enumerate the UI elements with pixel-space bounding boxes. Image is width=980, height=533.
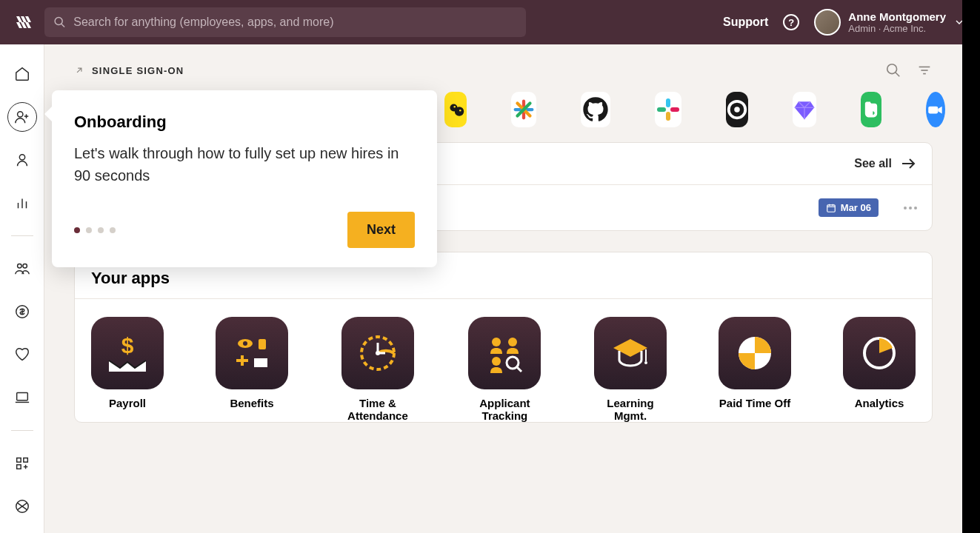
applicant-icon: [468, 317, 541, 389]
svg-point-0: [55, 18, 62, 25]
svg-point-28: [455, 107, 464, 116]
svg-rect-38: [670, 107, 679, 112]
app-tile-applicant[interactable]: Applicant Tracking: [467, 317, 542, 422]
app-tile-time[interactable]: Time & Attendance: [340, 317, 416, 422]
sidebar-reports[interactable]: [7, 188, 37, 218]
app-label: Benefits: [230, 397, 273, 409]
svg-rect-16: [16, 465, 21, 469]
app-label: Paid Time Off: [719, 397, 790, 409]
sso-app-github[interactable]: [581, 92, 610, 127]
svg-rect-35: [666, 98, 670, 107]
onboarding-popover: Onboarding Let's walk through how to ful…: [52, 90, 437, 267]
sidebar-apps[interactable]: [7, 449, 37, 478]
search-bar[interactable]: [44, 7, 526, 37]
sso-app-zoom[interactable]: [926, 92, 945, 127]
svg-point-9: [17, 264, 21, 269]
right-edge-strip: [962, 0, 980, 533]
svg-line-65: [517, 367, 521, 372]
svg-rect-53: [259, 339, 266, 349]
popover-dot[interactable]: [98, 227, 104, 233]
svg-rect-55: [236, 359, 248, 362]
task-date-badge[interactable]: Mar 06: [819, 198, 879, 217]
search-input[interactable]: [73, 16, 517, 29]
filter-icon[interactable]: [916, 62, 933, 78]
sso-app-observable[interactable]: [726, 92, 748, 127]
user-name: Anne Montgomery: [848, 10, 946, 23]
sso-app-gem[interactable]: [793, 92, 816, 127]
pto-icon: [719, 317, 791, 389]
popover-dot[interactable]: [110, 227, 116, 233]
popover-dot[interactable]: [74, 227, 80, 233]
task-date-text: Mar 06: [841, 202, 871, 213]
sidebar-heart[interactable]: [7, 340, 37, 369]
app-label: Learning Mgmt.: [594, 397, 667, 422]
svg-rect-14: [16, 458, 21, 463]
svg-point-10: [22, 264, 26, 269]
sso-app-asterisk[interactable]: [511, 92, 536, 127]
svg-point-67: [644, 361, 647, 364]
user-menu[interactable]: Anne Montgomery Admin · Acme Inc.: [814, 9, 965, 36]
svg-point-62: [508, 338, 517, 346]
see-all-link[interactable]: See all: [854, 155, 917, 172]
sidebar-money[interactable]: [7, 297, 37, 326]
arrow-right-icon: [899, 155, 917, 172]
help-icon[interactable]: ?: [783, 14, 799, 30]
search-icon[interactable]: [885, 62, 901, 78]
calendar-icon: [826, 203, 836, 213]
sso-header: SINGLE SIGN-ON: [74, 62, 933, 78]
svg-point-64: [507, 357, 519, 369]
svg-rect-12: [16, 393, 27, 400]
popover-body: Let's walk through how to fully set up n…: [74, 142, 415, 187]
app-label: Applicant Tracking: [467, 397, 542, 422]
sidebar-add-person[interactable]: [7, 102, 37, 132]
svg-point-5: [19, 155, 24, 160]
popover-dots: [74, 227, 116, 233]
app-tile-payroll[interactable]: $ Payroll: [91, 317, 164, 422]
user-role: Admin · Acme Inc.: [848, 23, 946, 34]
task-more-icon[interactable]: [904, 207, 917, 209]
sso-app-slack[interactable]: [655, 92, 681, 127]
see-all-label: See all: [854, 157, 892, 170]
svg-rect-37: [666, 112, 670, 121]
benefits-icon: [216, 317, 288, 389]
sidebar-home[interactable]: [7, 59, 37, 89]
sidebar-divider: [11, 235, 33, 236]
apps-grid: $ Payroll Benefits Time & Attendance: [75, 317, 932, 422]
app-tile-pto[interactable]: Paid Time Off: [719, 317, 791, 422]
svg-point-22: [887, 64, 897, 74]
sidebar-globe[interactable]: [7, 492, 37, 521]
svg-line-1: [61, 24, 64, 27]
app-label: Time & Attendance: [340, 397, 416, 422]
sso-app-mailchimp[interactable]: [444, 92, 467, 127]
sidebar-laptop[interactable]: [7, 383, 37, 412]
avatar: [814, 9, 841, 36]
sidebar: [0, 44, 44, 533]
time-icon: [341, 317, 414, 389]
next-button[interactable]: Next: [347, 212, 415, 248]
sidebar-person[interactable]: [7, 145, 37, 175]
svg-point-61: [492, 338, 501, 346]
app-tile-learning[interactable]: Learning Mgmt.: [594, 317, 667, 422]
svg-point-40: [734, 107, 740, 113]
popover-title: Onboarding: [74, 113, 415, 132]
analytics-icon: [843, 317, 916, 389]
sidebar-people[interactable]: [7, 254, 37, 284]
apps-card: Your apps $ Payroll Benefits Time & Atte…: [74, 252, 933, 423]
svg-rect-15: [23, 458, 27, 463]
payroll-icon: $: [91, 317, 164, 389]
app-tile-analytics[interactable]: Analytics: [843, 317, 916, 422]
svg-line-23: [896, 73, 900, 77]
sso-app-evernote[interactable]: [861, 92, 881, 127]
svg-point-29: [454, 106, 456, 108]
popover-dot[interactable]: [86, 227, 92, 233]
external-link-icon: [74, 65, 84, 76]
learning-icon: [594, 317, 667, 389]
logo[interactable]: [15, 13, 33, 31]
topbar: Support ? Anne Montgomery Admin · Acme I…: [0, 0, 980, 44]
svg-point-52: [243, 341, 247, 346]
app-label: Payroll: [109, 397, 146, 409]
support-link[interactable]: Support: [723, 16, 768, 29]
search-icon: [53, 16, 66, 29]
svg-rect-46: [827, 204, 836, 211]
app-tile-benefits[interactable]: Benefits: [216, 317, 288, 422]
